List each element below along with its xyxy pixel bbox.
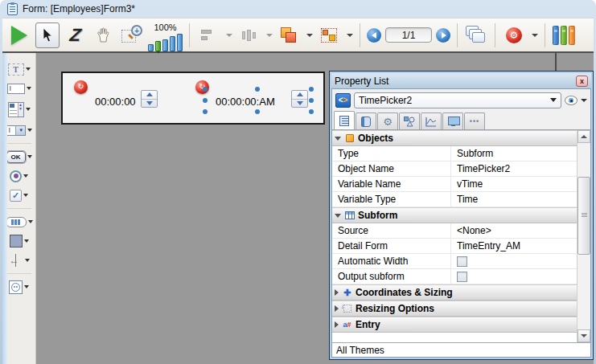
buttongrid-tool[interactable] [6,215,33,229]
titlebar[interactable]: Form: [Employees]Form3* [2,0,594,18]
entry-order-tool-button[interactable]: Z [64,22,88,48]
selection-handle[interactable] [203,87,208,92]
property-grid-scrollbar[interactable] [577,130,590,342]
input-tool[interactable]: I [7,81,31,96]
property-list-body: <> TimePicker2 ⚙ [331,88,591,358]
splitter-tool-dropdown-arrow[interactable] [25,259,30,262]
level-dropdown-arrow[interactable] [306,34,313,37]
object-nav-button[interactable]: <> [335,93,351,108]
selection-tool-button[interactable] [35,22,60,48]
tab-properties[interactable] [334,111,355,129]
checkbox-tool[interactable]: ✓ [10,188,28,202]
plugin-tool-dropdown-arrow[interactable] [24,285,29,288]
pan-tool-button[interactable] [92,22,116,48]
spinner-up-button[interactable] [292,91,307,100]
group-dropdown-arrow[interactable] [347,34,353,37]
property-value[interactable]: TimePicker2 [451,162,577,176]
splitter-tool[interactable] [9,253,30,268]
scroll-down-button[interactable] [578,329,590,342]
timepicker2-spinner[interactable] [291,90,308,108]
input-tool-dropdown-arrow[interactable] [27,87,31,90]
scroll-track[interactable] [578,143,590,329]
scroll-up-button[interactable] [578,130,590,143]
text-tool[interactable]: T [8,62,31,76]
property-list-titlebar[interactable]: Property List x [331,73,591,88]
section-entry[interactable]: a# Entry [332,317,577,333]
button-tool[interactable]: OK [6,149,32,164]
zoom-bars-icon[interactable] [148,32,183,51]
selection-handle[interactable] [309,109,314,114]
zoom-level-label: 100% [154,23,176,32]
previous-page-button[interactable] [367,28,381,43]
listbox-tool-dropdown-arrow[interactable] [26,108,31,111]
tab-settings[interactable]: ⚙ [377,112,398,129]
form-canvas[interactable]: ↻ 00:00:00 ↻ 00:00:00:AM [36,53,594,364]
form-design-area[interactable]: ↻ 00:00:00 ↻ 00:00:00:AM [61,72,325,125]
entry-icon: a# [343,321,351,329]
selection-handle[interactable] [255,109,260,114]
checkbox-tool-dropdown-arrow[interactable] [23,194,28,197]
close-icon[interactable]: x [576,76,588,87]
section-objects[interactable]: Objects [332,130,577,146]
window-title: Form: [Employees]Form3* [23,3,135,14]
distribute-button[interactable] [236,22,261,48]
display-options-button[interactable]: ⚙ [502,22,526,48]
splitter-tool-icon [9,254,23,267]
selection-handle[interactable] [203,98,208,103]
selection-handle[interactable] [309,98,314,103]
plugin-tool[interactable] [9,280,29,294]
form-pages-button[interactable] [464,22,488,48]
group-button[interactable] [317,22,341,48]
tab-data[interactable] [356,112,376,129]
combobox-tool[interactable]: I▼ [6,123,32,137]
property-label: Automatic Width [332,254,451,268]
section-resizing-options[interactable]: Resizing Options [332,301,577,317]
execute-form-button[interactable] [7,22,31,48]
radio-tool[interactable] [10,169,28,183]
automatic-width-checkbox[interactable] [457,256,467,267]
distribute-dropdown-arrow[interactable] [266,34,273,37]
spinner-down-button[interactable] [142,100,157,108]
tab-objects[interactable] [399,112,420,129]
library-button[interactable] [552,22,576,48]
spinner-down-button[interactable] [292,100,307,108]
button-tool-dropdown-arrow[interactable] [27,155,32,158]
tab-events[interactable] [421,112,442,129]
section-subform[interactable]: Subform [332,207,577,223]
combobox-tool-dropdown-arrow[interactable] [27,129,32,132]
property-value[interactable]: Subform [451,146,577,161]
text-tool-dropdown-arrow[interactable] [26,67,31,71]
selection-handle[interactable] [255,87,260,92]
timepicker1-value[interactable]: 00:00:00 [95,96,136,108]
view-options-button[interactable] [565,96,587,105]
listbox-tool[interactable]: ▲▼ [8,100,31,118]
level-button[interactable] [277,22,301,48]
tab-more[interactable]: ••• [464,112,485,129]
radio-tool-dropdown-arrow[interactable] [23,174,28,178]
property-value[interactable]: TimeEntry_AM [451,239,577,253]
display-options-dropdown-arrow[interactable] [532,34,538,37]
output-subform-checkbox[interactable] [457,272,467,282]
property-value[interactable]: <None> [451,223,577,238]
rectangle-tool-dropdown-arrow[interactable] [24,239,29,243]
align-dropdown-arrow[interactable] [226,34,232,37]
buttongrid-tool-dropdown-arrow[interactable] [28,220,33,223]
object-selector-dropdown[interactable]: TimePicker2 [354,92,561,108]
rectangle-tool[interactable] [10,234,29,248]
timepicker1-spinner[interactable] [141,90,158,108]
spinner-up-button[interactable] [142,91,157,100]
form-window-icon [7,3,18,15]
selection-handle[interactable] [203,109,208,114]
scroll-thumb[interactable] [578,177,590,255]
section-coordinates-sizing[interactable]: ✚ Coordinates & Sizing [332,284,577,301]
next-page-button[interactable] [436,28,450,43]
timepicker2-value[interactable]: 00:00:00:AM [216,96,275,108]
tab-appearance[interactable] [442,112,463,129]
themes-status-bar[interactable]: All Themes [332,342,590,357]
property-value[interactable]: Time [451,192,577,207]
selection-handle[interactable] [309,87,314,92]
property-value[interactable]: vTime [451,177,577,191]
zoom-tool-button[interactable]: + [120,22,144,48]
align-button[interactable] [196,22,220,48]
zoom-level-control[interactable]: 100% [148,19,183,51]
